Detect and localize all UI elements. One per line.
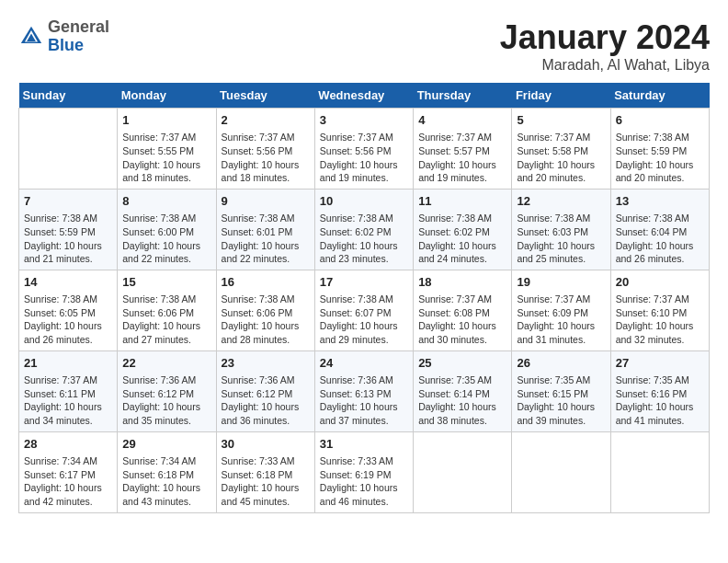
day-number: 1 [122,112,210,129]
day-number: 24 [320,355,408,372]
day-info: Sunrise: 7:37 AM Sunset: 6:11 PM Dayligh… [24,373,112,428]
day-number: 25 [418,355,506,372]
day-info: Sunrise: 7:36 AM Sunset: 6:13 PM Dayligh… [320,373,408,428]
day-info: Sunrise: 7:37 AM Sunset: 5:55 PM Dayligh… [122,131,210,185]
calendar-cell: 3Sunrise: 7:37 AM Sunset: 5:56 PM Daylig… [314,109,413,190]
day-number: 8 [122,193,210,210]
day-info: Sunrise: 7:38 AM Sunset: 6:02 PM Dayligh… [320,212,408,266]
week-row-2: 7Sunrise: 7:38 AM Sunset: 5:59 PM Daylig… [19,189,710,270]
day-number: 19 [517,274,605,291]
logo-general: General [48,17,109,36]
day-info: Sunrise: 7:33 AM Sunset: 6:18 PM Dayligh… [222,454,310,509]
logo-icon [18,24,44,50]
calendar-cell: 16Sunrise: 7:38 AM Sunset: 6:06 PM Dayli… [216,270,314,350]
calendar-cell [19,109,118,190]
calendar-cell: 31Sunrise: 7:33 AM Sunset: 6:19 PM Dayli… [314,431,413,512]
calendar-cell [610,431,709,512]
day-number: 15 [122,274,210,291]
day-number: 27 [616,355,704,372]
day-info: Sunrise: 7:38 AM Sunset: 6:07 PM Dayligh… [320,293,408,347]
day-info: Sunrise: 7:35 AM Sunset: 6:14 PM Dayligh… [418,373,506,428]
day-number: 9 [222,193,310,210]
day-info: Sunrise: 7:37 AM Sunset: 5:57 PM Dayligh… [418,131,506,185]
calendar-cell: 15Sunrise: 7:38 AM Sunset: 6:06 PM Dayli… [118,270,216,350]
day-number: 18 [418,274,506,291]
weekday-header-row: SundayMondayTuesdayWednesdayThursdayFrid… [19,83,710,109]
day-number: 31 [320,436,408,453]
day-number: 2 [222,112,310,129]
day-info: Sunrise: 7:37 AM Sunset: 5:58 PM Dayligh… [517,131,605,185]
calendar-cell: 4Sunrise: 7:37 AM Sunset: 5:57 PM Daylig… [414,109,512,190]
day-number: 5 [517,112,605,129]
day-info: Sunrise: 7:38 AM Sunset: 6:01 PM Dayligh… [222,212,310,266]
day-info: Sunrise: 7:38 AM Sunset: 6:02 PM Dayligh… [418,212,506,266]
calendar-cell: 10Sunrise: 7:38 AM Sunset: 6:02 PM Dayli… [314,189,413,270]
calendar-cell: 1Sunrise: 7:37 AM Sunset: 5:55 PM Daylig… [118,109,216,190]
calendar-cell: 20Sunrise: 7:37 AM Sunset: 6:10 PM Dayli… [610,270,709,350]
weekday-header-saturday: Saturday [610,83,709,109]
day-info: Sunrise: 7:38 AM Sunset: 6:04 PM Dayligh… [616,212,704,266]
logo-text: General Blue [48,18,109,55]
day-number: 20 [616,274,704,291]
calendar-cell: 28Sunrise: 7:34 AM Sunset: 6:17 PM Dayli… [19,431,118,512]
weekday-header-thursday: Thursday [414,83,512,109]
day-number: 13 [616,193,704,210]
calendar-cell: 19Sunrise: 7:37 AM Sunset: 6:09 PM Dayli… [512,270,610,350]
calendar-cell: 24Sunrise: 7:36 AM Sunset: 6:13 PM Dayli… [314,350,413,431]
day-number: 23 [222,355,310,372]
week-row-3: 14Sunrise: 7:38 AM Sunset: 6:05 PM Dayli… [19,270,710,350]
calendar-cell: 29Sunrise: 7:34 AM Sunset: 6:18 PM Dayli… [118,431,216,512]
logo: General Blue [18,18,109,55]
day-info: Sunrise: 7:34 AM Sunset: 6:17 PM Dayligh… [24,454,112,509]
weekday-header-monday: Monday [118,83,216,109]
day-info: Sunrise: 7:37 AM Sunset: 5:56 PM Dayligh… [320,131,408,185]
day-number: 14 [24,274,112,291]
day-info: Sunrise: 7:38 AM Sunset: 6:03 PM Dayligh… [517,212,605,266]
calendar-cell: 17Sunrise: 7:38 AM Sunset: 6:07 PM Dayli… [314,270,413,350]
day-number: 3 [320,112,408,129]
calendar-cell: 23Sunrise: 7:36 AM Sunset: 6:12 PM Dayli… [216,350,314,431]
day-number: 7 [24,193,112,210]
location-title: Maradah, Al Wahat, Libya [500,57,710,74]
calendar-cell: 27Sunrise: 7:35 AM Sunset: 6:16 PM Dayli… [610,350,709,431]
calendar-cell: 26Sunrise: 7:35 AM Sunset: 6:15 PM Dayli… [512,350,610,431]
day-info: Sunrise: 7:34 AM Sunset: 6:18 PM Dayligh… [122,454,210,509]
day-number: 6 [616,112,704,129]
day-number: 16 [222,274,310,291]
day-number: 28 [24,436,112,453]
day-number: 30 [222,436,310,453]
day-info: Sunrise: 7:38 AM Sunset: 6:05 PM Dayligh… [24,293,112,347]
calendar-cell: 13Sunrise: 7:38 AM Sunset: 6:04 PM Dayli… [610,189,709,270]
day-number: 22 [122,355,210,372]
calendar-cell [414,431,512,512]
day-number: 4 [418,112,506,129]
day-number: 21 [24,355,112,372]
day-info: Sunrise: 7:38 AM Sunset: 5:59 PM Dayligh… [616,131,704,185]
day-info: Sunrise: 7:35 AM Sunset: 6:16 PM Dayligh… [616,373,704,428]
calendar-cell: 25Sunrise: 7:35 AM Sunset: 6:14 PM Dayli… [414,350,512,431]
weekday-header-sunday: Sunday [19,83,118,109]
calendar-cell: 21Sunrise: 7:37 AM Sunset: 6:11 PM Dayli… [19,350,118,431]
calendar-table: SundayMondayTuesdayWednesdayThursdayFrid… [18,83,710,513]
calendar-cell: 30Sunrise: 7:33 AM Sunset: 6:18 PM Dayli… [216,431,314,512]
day-info: Sunrise: 7:36 AM Sunset: 6:12 PM Dayligh… [222,373,310,428]
week-row-5: 28Sunrise: 7:34 AM Sunset: 6:17 PM Dayli… [19,431,710,512]
page-header: General Blue January 2024 Maradah, Al Wa… [18,18,710,74]
calendar-cell: 6Sunrise: 7:38 AM Sunset: 5:59 PM Daylig… [610,109,709,190]
calendar-cell: 12Sunrise: 7:38 AM Sunset: 6:03 PM Dayli… [512,189,610,270]
calendar-cell: 14Sunrise: 7:38 AM Sunset: 6:05 PM Dayli… [19,270,118,350]
calendar-cell: 8Sunrise: 7:38 AM Sunset: 6:00 PM Daylig… [118,189,216,270]
week-row-1: 1Sunrise: 7:37 AM Sunset: 5:55 PM Daylig… [19,109,710,190]
day-info: Sunrise: 7:37 AM Sunset: 5:56 PM Dayligh… [222,131,310,185]
day-number: 26 [517,355,605,372]
week-row-4: 21Sunrise: 7:37 AM Sunset: 6:11 PM Dayli… [19,350,710,431]
day-number: 29 [122,436,210,453]
day-info: Sunrise: 7:37 AM Sunset: 6:08 PM Dayligh… [418,293,506,347]
calendar-cell: 22Sunrise: 7:36 AM Sunset: 6:12 PM Dayli… [118,350,216,431]
day-info: Sunrise: 7:35 AM Sunset: 6:15 PM Dayligh… [517,373,605,428]
calendar-cell: 9Sunrise: 7:38 AM Sunset: 6:01 PM Daylig… [216,189,314,270]
day-info: Sunrise: 7:38 AM Sunset: 6:06 PM Dayligh… [222,293,310,347]
day-info: Sunrise: 7:38 AM Sunset: 6:06 PM Dayligh… [122,293,210,347]
day-info: Sunrise: 7:36 AM Sunset: 6:12 PM Dayligh… [122,373,210,428]
logo-blue: Blue [48,36,84,54]
